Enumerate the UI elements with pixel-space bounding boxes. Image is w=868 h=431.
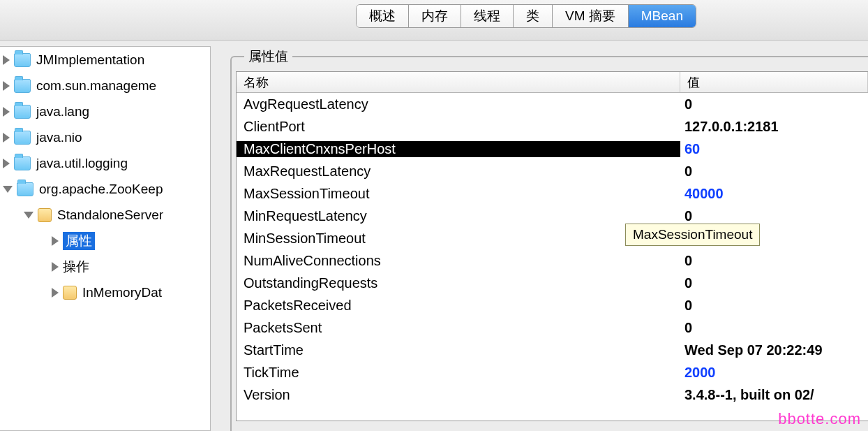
tree-item[interactable]: java.util.logging	[0, 150, 210, 176]
attr-value: 0	[680, 163, 868, 180]
column-name[interactable]: 名称	[237, 72, 680, 92]
tab-概述[interactable]: 概述	[357, 5, 409, 27]
chevron-right-icon[interactable]	[52, 288, 59, 298]
attr-value: 0	[680, 208, 868, 224]
tree-label: java.nio	[36, 130, 82, 145]
attribute-table: 名称 值 AvgRequestLatency0ClientPort127.0.0…	[236, 71, 868, 421]
table-row[interactable]: ClientPort127.0.0.1:2181	[237, 115, 868, 138]
tab-类[interactable]: 类	[514, 5, 553, 27]
chevron-right-icon[interactable]	[3, 159, 10, 168]
table-row[interactable]: PacketsSent0	[237, 316, 868, 339]
attr-name: MaxSessionTimeout	[237, 186, 680, 202]
tree-item[interactable]: java.lang	[0, 98, 210, 124]
table-row[interactable]: AvgRequestLatency0	[237, 93, 868, 115]
tree-label: StandaloneServer	[57, 207, 163, 223]
chevron-right-icon[interactable]	[3, 133, 10, 143]
tree-item[interactable]: java.nio	[0, 124, 210, 150]
attr-value: 2000	[680, 365, 868, 381]
tab-MBean[interactable]: MBean	[629, 5, 696, 27]
attr-name: TickTime	[237, 365, 680, 381]
bean-icon	[63, 286, 77, 300]
tree-item[interactable]: JMImplementation	[0, 47, 210, 73]
attr-name: PacketsReceived	[237, 298, 680, 314]
folder-icon	[14, 79, 31, 93]
attr-value: 0	[680, 320, 868, 336]
tab-内存[interactable]: 内存	[409, 5, 461, 27]
folder-icon	[14, 131, 31, 145]
column-value[interactable]: 值	[680, 72, 868, 92]
attr-value: 3.4.8--1, built on 02/	[680, 387, 868, 403]
chevron-down-icon[interactable]	[3, 186, 13, 193]
folder-icon	[14, 53, 31, 67]
tooltip: MaxSessionTimeout	[625, 224, 760, 246]
table-row[interactable]: MaxRequestLatency0	[237, 160, 868, 182]
table-row[interactable]: TickTime2000	[237, 361, 868, 383]
table-row[interactable]: Version3.4.8--1, built on 02/	[237, 383, 868, 406]
attr-name: OutstandingRequests	[237, 275, 680, 291]
tab-线程[interactable]: 线程	[461, 5, 514, 27]
attr-name: AvgRequestLatency	[237, 96, 680, 112]
table-row[interactable]: OutstandingRequests0	[237, 272, 868, 294]
attr-value: 0	[680, 253, 868, 269]
attr-value: 0	[680, 298, 868, 314]
table-row[interactable]: MaxClientCnxnsPerHost60	[237, 138, 868, 160]
tree-label: 属性	[63, 232, 95, 250]
tree-label: InMemoryDat	[82, 285, 162, 300]
attr-value: 60	[680, 141, 868, 157]
tree-label: java.util.logging	[36, 156, 128, 171]
mbean-tree: JMImplementationcom.sun.managemejava.lan…	[0, 46, 211, 431]
tree-label: com.sun.manageme	[36, 78, 156, 94]
bean-icon	[38, 208, 52, 222]
chevron-right-icon[interactable]	[52, 236, 59, 246]
panel-title: 属性值	[244, 48, 292, 66]
tree-label: org.apache.ZooKeep	[39, 182, 163, 197]
tree-label: JMImplementation	[36, 52, 144, 68]
table-row[interactable]: MinRequestLatency0	[237, 205, 868, 227]
watermark: bbotte.com	[778, 410, 861, 428]
attr-name: ClientPort	[237, 119, 680, 135]
attr-name: StartTime	[237, 342, 680, 358]
table-header: 名称 值	[237, 72, 868, 93]
attr-value: 127.0.0.1:2181	[680, 119, 868, 135]
folder-icon	[17, 182, 33, 196]
tree-label: 操作	[63, 258, 89, 276]
chevron-right-icon[interactable]	[3, 81, 10, 91]
chevron-right-icon[interactable]	[3, 55, 10, 65]
chevron-down-icon[interactable]	[24, 212, 33, 219]
tree-label: java.lang	[36, 104, 89, 119]
table-row[interactable]: MaxSessionTimeout40000	[237, 182, 868, 205]
chevron-right-icon[interactable]	[52, 262, 59, 272]
table-row[interactable]: MinSessionTimeout4000	[237, 227, 868, 249]
folder-icon	[14, 156, 31, 170]
tree-item[interactable]: com.sun.manageme	[0, 73, 210, 98]
attr-value: 0	[680, 275, 868, 291]
tab-VM 摘要[interactable]: VM 摘要	[553, 5, 629, 27]
chevron-right-icon[interactable]	[3, 107, 10, 117]
attr-value: 0	[680, 96, 868, 112]
attr-name: PacketsSent	[237, 320, 680, 336]
tab-bar: 概述内存线程类VM 摘要MBean	[356, 4, 696, 28]
tree-item[interactable]: 操作	[0, 254, 210, 279]
attr-name: MaxClientCnxnsPerHost	[237, 141, 680, 157]
tree-item[interactable]: org.apache.ZooKeep	[0, 176, 210, 202]
table-row[interactable]: StartTimeWed Sep 07 20:22:49	[237, 339, 868, 361]
tree-item[interactable]: StandaloneServer	[0, 202, 210, 228]
attr-name: MinSessionTimeout	[237, 231, 680, 247]
attr-name: MinRequestLatency	[237, 208, 680, 224]
attribute-panel: 属性值 名称 值 AvgRequestLatency0ClientPort127…	[223, 46, 868, 431]
table-row[interactable]: PacketsReceived0	[237, 294, 868, 316]
attr-name: NumAliveConnections	[237, 253, 680, 269]
folder-icon	[14, 105, 31, 119]
attr-name: Version	[237, 387, 680, 403]
tree-item[interactable]: 属性	[0, 228, 210, 254]
table-row[interactable]: NumAliveConnections0	[237, 249, 868, 272]
attr-value: Wed Sep 07 20:22:49	[680, 342, 868, 358]
attr-name: MaxRequestLatency	[237, 163, 680, 180]
attr-value: 40000	[680, 186, 868, 202]
tree-item[interactable]: InMemoryDat	[0, 279, 210, 305]
